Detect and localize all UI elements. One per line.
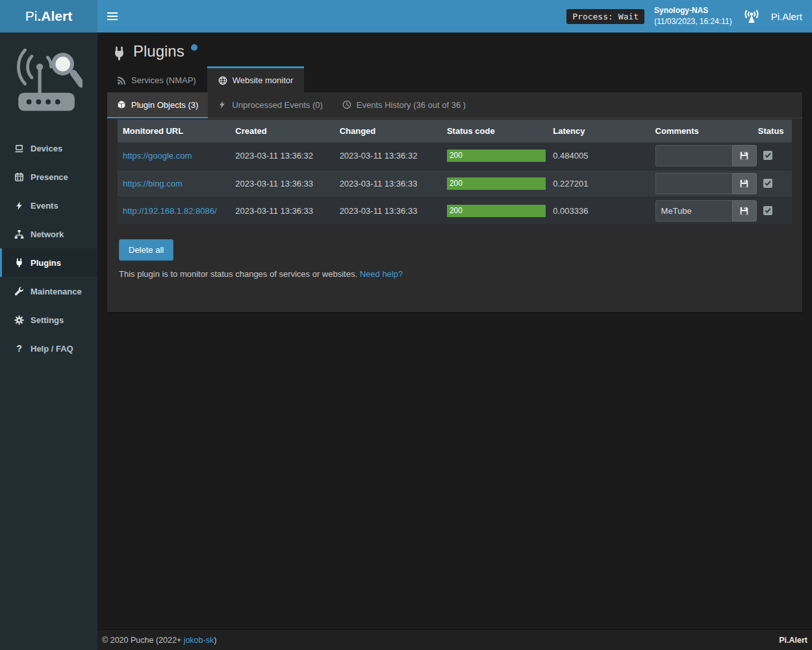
bolt-icon <box>218 100 227 109</box>
sidebar-item-presence[interactable]: Presence <box>0 162 97 191</box>
sidebar-menu: Devices Presence Events Network Plugins … <box>0 134 97 363</box>
sidebar-item-network[interactable]: Network <box>0 220 97 248</box>
sidebar-item-label: Presence <box>31 172 68 182</box>
changed-cell: 2023-03-11 13:36:33 <box>335 197 442 224</box>
gear-icon <box>14 315 24 325</box>
monitored-url-link[interactable]: http://192.168.1.82:8086/ <box>123 206 217 216</box>
check-icon <box>765 180 771 187</box>
rss-icon <box>117 76 126 85</box>
status-code-bar: 200 <box>447 205 546 217</box>
brand-logo[interactable]: Pi.Alert <box>0 0 97 32</box>
sidebar-item-label: Settings <box>31 315 64 325</box>
column-header: Monitored URL <box>118 120 230 142</box>
brand-light: Pi <box>25 8 38 24</box>
sidebar-item-devices[interactable]: Devices <box>0 134 97 162</box>
antenna-icon <box>742 8 761 24</box>
main-content: Plugins Services (NMAP) Website monitor … <box>97 32 812 629</box>
panel-tab-plugin-objects-3[interactable]: Plugin Objects (3) <box>107 92 208 118</box>
floppy-icon <box>739 179 749 188</box>
comment-input[interactable] <box>655 173 732 194</box>
column-header: Comments <box>650 120 753 142</box>
need-help-link[interactable]: Need help? <box>360 269 403 279</box>
table-body: https://google.com 2023-03-11 13:36:32 2… <box>118 142 792 224</box>
sidebar-item-label: Maintenance <box>31 287 82 296</box>
plugin-description: This plugin is to monitor status changes… <box>119 269 357 279</box>
table-row: https://google.com 2023-03-11 13:36:32 2… <box>118 142 792 170</box>
plugin-tabs: Services (NMAP) Website monitor <box>97 66 812 92</box>
status-checkbox[interactable] <box>763 179 772 188</box>
save-comment-button[interactable] <box>732 173 757 194</box>
column-header: Status code <box>442 120 548 142</box>
floppy-icon <box>739 151 749 161</box>
plug-icon <box>112 46 127 61</box>
monitored-url-link[interactable]: https://google.com <box>123 151 192 161</box>
monitored-url-link[interactable]: https://bing.com <box>123 179 183 188</box>
app-label: Pi.Alert <box>771 11 802 22</box>
info-badge-icon[interactable] <box>191 44 197 51</box>
page-title: Plugins <box>133 42 184 61</box>
copyright-suffix: ) <box>214 636 216 645</box>
sidebar-toggle-button[interactable] <box>107 8 124 25</box>
tab-website-monitor[interactable]: Website monitor <box>207 66 305 92</box>
sidebar-item-events[interactable]: Events <box>0 191 97 220</box>
sidebar-item-label: Devices <box>31 144 62 153</box>
sidebar-item-label: Network <box>31 229 64 239</box>
network-icon <box>14 229 24 239</box>
copyright: © 2020 Puche (2022+ jokob-sk) <box>102 636 216 645</box>
sidebar-item-label: Events <box>31 201 58 211</box>
latency-cell: 0.484005 <box>548 142 650 170</box>
status-checkbox[interactable] <box>763 151 772 160</box>
created-cell: 2023-03-11 13:36:33 <box>230 197 334 224</box>
table-row: https://bing.com 2023-03-11 13:36:33 202… <box>118 170 792 197</box>
host-info: Synology-NAS (11/03/2023, 16:24:11) <box>654 5 732 28</box>
latency-cell: 0.003336 <box>548 197 650 224</box>
check-icon <box>765 152 771 159</box>
cube-icon <box>117 100 126 109</box>
tab-label: Website monitor <box>233 75 294 85</box>
jokob-sk-link[interactable]: jokob-sk <box>184 636 214 645</box>
tab-label: Events History (36 out of 36 ) <box>357 100 466 110</box>
panel-tab-unprocessed-events-0[interactable]: Unprocessed Events (0) <box>208 92 332 118</box>
created-cell: 2023-03-11 13:36:33 <box>230 170 334 197</box>
column-header: Created <box>230 120 334 142</box>
sidebar-item-plugins[interactable]: Plugins <box>0 248 97 277</box>
wrench-icon <box>14 287 24 296</box>
sidebar-item-settings[interactable]: Settings <box>0 306 97 334</box>
question-icon: ? <box>14 343 24 354</box>
delete-all-button[interactable]: Delete all <box>119 239 173 261</box>
sidebar-item-label: Plugins <box>31 258 61 268</box>
plugin-objects-table-wrap: Monitored URLCreatedChangedStatus codeLa… <box>107 118 802 225</box>
changed-cell: 2023-03-11 13:36:33 <box>335 170 442 197</box>
table-header-row: Monitored URLCreatedChangedStatus codeLa… <box>118 120 792 142</box>
website-monitor-panel: Plugin Objects (3) Unprocessed Events (0… <box>107 92 802 312</box>
clock-icon <box>342 100 351 109</box>
footer-app-name: Pi.Alert <box>779 636 807 645</box>
globe-icon <box>218 76 227 85</box>
sidebar-item-help-faq[interactable]: ? Help / FAQ <box>0 334 97 363</box>
check-icon <box>765 207 771 214</box>
router-search-logo-icon <box>15 43 82 116</box>
floppy-icon <box>739 206 749 216</box>
device-timestamp: (11/03/2023, 16:24:11) <box>654 16 732 27</box>
bolt-icon <box>14 201 24 211</box>
panel-tab-events-history-36-out-of-36[interactable]: Events History (36 out of 36 ) <box>333 92 476 118</box>
sidebar-item-label: Help / FAQ <box>31 344 73 354</box>
save-comment-button[interactable] <box>732 145 757 166</box>
device-name: Synology-NAS <box>654 5 732 16</box>
save-comment-button[interactable] <box>732 200 757 222</box>
comment-input[interactable] <box>655 200 732 222</box>
sidebar-item-maintenance[interactable]: Maintenance <box>0 277 97 306</box>
plugin-objects-table: Monitored URLCreatedChangedStatus codeLa… <box>118 120 792 225</box>
tab-label: Plugin Objects (3) <box>131 100 198 110</box>
topbar: Pi.Alert Process: Wait Synology-NAS (11/… <box>0 0 812 32</box>
column-header: Status <box>753 120 792 142</box>
table-row: http://192.168.1.82:8086/ 2023-03-11 13:… <box>118 197 792 224</box>
status-checkbox[interactable] <box>763 206 772 215</box>
panel-tabs: Plugin Objects (3) Unprocessed Events (0… <box>107 92 802 118</box>
page-header: Plugins <box>97 32 812 66</box>
comment-input[interactable] <box>655 145 732 166</box>
process-status-badge: Process: Wait <box>566 9 644 24</box>
column-header: Changed <box>335 120 442 142</box>
plug-icon <box>14 258 24 268</box>
tab-services-nmap[interactable]: Services (NMAP) <box>106 66 207 92</box>
